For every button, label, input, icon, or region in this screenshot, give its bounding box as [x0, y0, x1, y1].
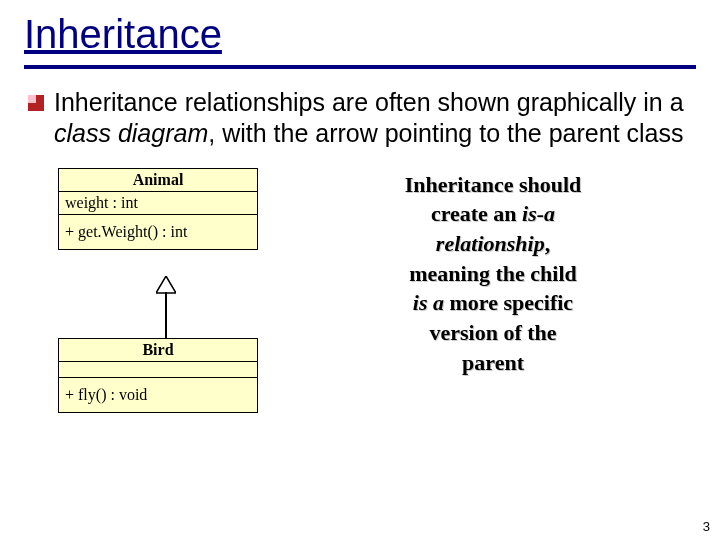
inheritance-arrow [156, 276, 176, 338]
bullet-text-prefix: Inheritance relationships are often show… [54, 88, 684, 116]
uml-child-name: Bird [59, 339, 257, 362]
bullet-item: Inheritance relationships are often show… [28, 87, 692, 150]
note-line2a: create an [431, 201, 522, 226]
note-line1: Inheritance should [405, 172, 582, 197]
uml-parent-attribute: weight : int [59, 192, 257, 215]
note-line3a-italic: relationship [436, 231, 545, 256]
note-line2b-italic: is-a [522, 201, 555, 226]
slide-title: Inheritance [0, 0, 720, 61]
uml-child-operation: + fly() : void [59, 378, 257, 412]
note-line3b: , [545, 231, 551, 256]
note-line7: parent [462, 350, 524, 375]
uml-class-child: Bird + fly() : void [58, 338, 258, 413]
uml-parent-operation: + get.Weight() : int [59, 215, 257, 249]
class-diagram: Animal weight : int + get.Weight() : int… [28, 168, 692, 478]
arrow-line [165, 292, 167, 338]
bullet-text-suffix: , with the arrow pointing to the parent … [208, 119, 683, 147]
note-line5a-italic: is a [413, 290, 444, 315]
bullet-text: Inheritance relationships are often show… [54, 87, 692, 150]
uml-parent-name: Animal [59, 169, 257, 192]
note-line6: version of the [429, 320, 556, 345]
bullet-text-italic: class diagram [54, 119, 208, 147]
slide-body: Inheritance relationships are often show… [0, 69, 720, 478]
note-line4: meaning the child [409, 261, 576, 286]
square-bullet-icon [28, 95, 44, 111]
note-line5b: more specific [444, 290, 573, 315]
annotation-text: Inheritance should create an is-a relati… [358, 170, 628, 378]
svg-marker-0 [156, 276, 176, 293]
page-number: 3 [703, 519, 710, 534]
uml-class-parent: Animal weight : int + get.Weight() : int [58, 168, 258, 250]
uml-child-attribute-empty [59, 362, 257, 378]
